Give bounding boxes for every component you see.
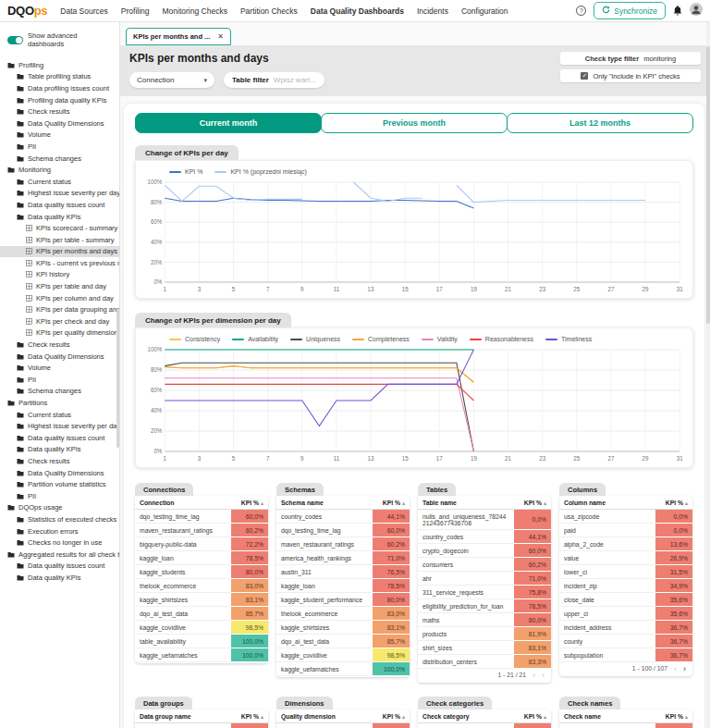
row-name: america_health_rankings [276, 551, 373, 565]
svg-text:11: 11 [334, 455, 340, 462]
sidebar-folder-pii[interactable]: PII [0, 490, 119, 502]
sidebar-folder-volume[interactable]: Volume [0, 130, 119, 142]
main-scrollbar[interactable] [706, 22, 710, 728]
table-row: patterns0,0% [418, 723, 551, 728]
nav-item-profiling[interactable]: Profiling [121, 6, 150, 16]
sidebar-item-label: Volume [28, 364, 51, 372]
sidebar-folder-data-quality-issues-count[interactable]: Data quality issues count [0, 432, 119, 444]
column-header-name: Check category [418, 709, 514, 723]
sidebar-folder-current-status[interactable]: Current status [0, 409, 119, 421]
nav-item-incidents[interactable]: Incidents [417, 6, 448, 16]
sidebar-folder-highest-issue-severity-per-day[interactable]: Highest issue severity per day [0, 420, 119, 432]
column-header-kpi-sort[interactable]: KPI % ▴ [655, 496, 692, 510]
legend-swatch [290, 339, 302, 340]
sidebar-folder-partition-volume-statistics[interactable]: Partition volume statistics [0, 478, 119, 490]
sidebar-folder-profiling-data-quality-kpis[interactable]: Profiling data quality KPIs [0, 94, 119, 106]
page-title: KPIs per months and days [129, 52, 324, 65]
sidebar-item-kpi-history[interactable]: KPI history [0, 269, 119, 281]
row-kpi-value: 85,7% [231, 607, 268, 621]
column-header-kpi-sort[interactable]: KPI % ▴ [231, 709, 268, 723]
row-name: kaggle_students [135, 565, 231, 579]
legend-label: KPI % [185, 168, 202, 175]
row-name: lower_ci [559, 565, 655, 579]
help-icon[interactable]: ? [576, 6, 586, 16]
sidebar-folder-monitoring[interactable]: Monitoring [0, 164, 119, 176]
sidebar-item-kpis-per-months-and-days[interactable]: KPIs per months and days [0, 246, 119, 258]
table-card-columns: ColumnsColumn nameKPI % ▴usa_zipcode0,0%… [559, 479, 692, 676]
sidebar-scrollbar[interactable] [116, 309, 119, 448]
column-header-kpi-sort[interactable]: KPI % ▴ [514, 496, 551, 510]
column-header-kpi-sort[interactable]: KPI % ▴ [655, 709, 692, 723]
sidebar-item-kpis-per-check-and-day[interactable]: KPIs per check and day [0, 315, 119, 327]
folder-icon [17, 202, 24, 208]
sidebar-folder-statistics-of-executed-checks[interactable]: Statistics of executed checks [0, 513, 119, 525]
sidebar-item-kpis-per-data-grouping-and-day[interactable]: KPIs per data grouping and day [0, 303, 119, 315]
sidebar-item-label: Partition volume statistics [28, 480, 106, 488]
dashboard-tab[interactable]: KPIs per months and ... ✕ [126, 28, 231, 45]
tab-current-month[interactable]: Current month [135, 113, 322, 133]
sidebar-folder-current-status[interactable]: Current status [0, 176, 119, 188]
column-header-kpi-sort[interactable]: KPI % ▴ [231, 496, 268, 510]
tab-previous-month[interactable]: Previous month [321, 113, 508, 133]
tab-last-12-months[interactable]: Last 12 months [507, 113, 693, 133]
pagination-next-icon[interactable]: › [683, 666, 686, 672]
sidebar-folder-check-results[interactable]: Check results [0, 455, 119, 467]
sidebar-folder-data-quality-dimensions[interactable]: Data Quality Dimensions [0, 117, 119, 130]
sidebar-folder-partitions[interactable]: Partitions [0, 397, 119, 409]
nav-item-monitoring-checks[interactable]: Monitoring Checks [163, 6, 227, 16]
avatar[interactable] [690, 3, 703, 19]
connection-select[interactable]: Connection ▾ [129, 72, 214, 88]
folder-icon [17, 376, 24, 383]
sidebar-folder-aggregated-results-for-all-check-types[interactable]: Aggregated results for all check types [0, 549, 119, 561]
sidebar-folder-dqops-usage[interactable]: DQOps usage [0, 502, 119, 514]
sidebar-item-kpis-scorecard-summary[interactable]: KPIs scorecard - summary [0, 222, 119, 234]
sidebar-folder-check-results[interactable]: Check results [0, 339, 119, 351]
sidebar-folder-check-results[interactable]: Check results [0, 105, 119, 117]
sidebar-folder-pii[interactable]: PII [0, 141, 119, 153]
sidebar-item-kpis-per-table-summary[interactable]: KPIs per table - summary [0, 234, 119, 246]
close-icon[interactable]: ✕ [217, 32, 224, 41]
column-header-kpi-sort[interactable]: KPI % ▴ [373, 709, 410, 723]
legend-item-availability: Availability [232, 336, 278, 342]
sidebar-folder-data-quality-issues-count[interactable]: Data quality issues count [0, 199, 119, 211]
svg-text:60%: 60% [151, 387, 163, 393]
sidebar-folder-checks-no-longer-in-use[interactable]: Checks no longer in use [0, 537, 119, 549]
sidebar-folder-table-profiling-status[interactable]: Table profiling status [0, 71, 119, 83]
column-header-kpi-sort[interactable]: KPI % ▴ [514, 709, 551, 723]
synchronize-button[interactable]: Synchronize [594, 2, 666, 19]
sidebar-folder-schema-changes[interactable]: Schema changes [0, 386, 119, 398]
table-card-body: Check categoryKPI % ▴patterns0,0%bool0,0… [418, 709, 551, 728]
nav-item-configuration[interactable]: Configuration [461, 6, 508, 16]
sidebar-folder-data-quality-issues-count[interactable]: Data quality issues count [0, 561, 119, 573]
kpi-per-dimension-chart: 0%20%40%60%80%100%1357911131517192123252… [143, 345, 685, 463]
sidebar-folder-execution-errors[interactable]: Execution errors [0, 525, 119, 537]
sidebar-folder-highest-issue-severity-per-day[interactable]: Highest issue severity per day [0, 188, 119, 200]
svg-text:27: 27 [607, 286, 614, 292]
column-header-kpi-sort[interactable]: KPI % ▴ [373, 496, 410, 510]
sidebar-folder-schema-changes[interactable]: Schema changes [0, 153, 119, 165]
sidebar-folder-data-quality-kpis[interactable]: Data quality KPIs [0, 444, 119, 456]
sidebar-folder-data-quality-kpis[interactable]: Data quality KPIs [0, 572, 119, 584]
sidebar-item-kpis-per-quality-dimension-and-data-gro[interactable]: KPIs per quality dimension and data gro [0, 327, 119, 339]
sidebar-folder-volume[interactable]: Volume [0, 362, 119, 374]
sidebar-folder-data-quality-kpis[interactable]: Data quality KPIs [0, 211, 119, 223]
kpi-only-checkbox[interactable]: ✓ Only "include in KPI" checks [560, 69, 701, 82]
sidebar-folder-data-profiling-issues-count[interactable]: Data profiling issues count [0, 82, 119, 94]
nav-item-partition-checks[interactable]: Partition Checks [240, 6, 298, 16]
advanced-dashboards-toggle[interactable] [7, 36, 23, 44]
row-name: kaggle_covidlive [135, 621, 231, 635]
sidebar-folder-data-quality-dimensions[interactable]: Data Quality Dimensions [0, 467, 119, 479]
row-name: incident_zip [559, 579, 655, 593]
row-kpi-value: 83,1% [231, 593, 268, 607]
sidebar-folder-pii[interactable]: PII [0, 374, 119, 386]
nav-item-data-sources[interactable]: Data Sources [60, 6, 108, 16]
dashboard-grid-icon [26, 260, 32, 266]
table-filter-input[interactable]: Table filter Wpisz wart... [224, 72, 324, 88]
nav-item-data-quality-dashboards[interactable]: Data Quality Dashboards [311, 6, 404, 16]
sidebar-folder-profiling[interactable]: Profiling [0, 59, 119, 71]
bell-icon[interactable] [673, 3, 682, 19]
sidebar-folder-data-quality-dimensions[interactable]: Data Quality Dimensions [0, 351, 119, 363]
sidebar-item-kpis-per-column-and-day[interactable]: KPIs per column and day [0, 292, 119, 304]
sidebar-item-kpis-per-table-and-day[interactable]: KPIs per table and day [0, 280, 119, 292]
sidebar-item-kpis-current-vs-previous-month[interactable]: KPIs - current vs previous month [0, 257, 119, 269]
